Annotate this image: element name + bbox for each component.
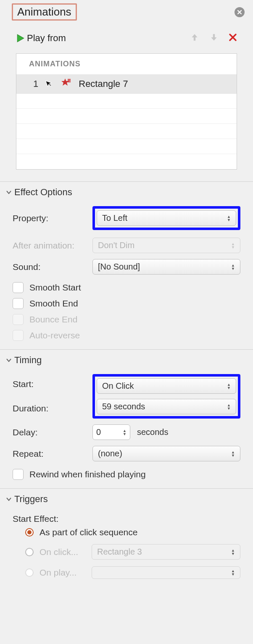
smooth-start-label: Smooth Start [29, 283, 81, 293]
play-icon[interactable] [16, 34, 25, 43]
property-dropdown[interactable]: To Left ▲▼ [97, 210, 236, 226]
delay-unit: seconds [137, 427, 169, 437]
animation-object-name: Rectangle 7 [79, 79, 128, 89]
rewind-label: Rewind when finished playing [29, 469, 146, 479]
dropdown-arrows-icon: ▲▼ [231, 569, 235, 576]
start-label: Start: [13, 379, 92, 389]
move-down-button [209, 33, 219, 44]
chevron-down-icon [6, 496, 12, 503]
delay-label: Delay: [13, 427, 92, 437]
click-sequence-label: As part of click sequence [40, 527, 137, 537]
stepper-arrows-icon: ▲▼ [123, 429, 126, 436]
repeat-label: Repeat: [13, 449, 92, 459]
chevron-down-icon [6, 189, 12, 196]
smooth-end-label: Smooth End [29, 298, 78, 309]
dropdown-arrows-icon: ▲▼ [231, 242, 235, 249]
click-sequence-radio[interactable] [25, 528, 34, 537]
empty-slot [16, 94, 237, 109]
exit-effect-icon [61, 78, 71, 90]
repeat-dropdown[interactable]: (none) ▲▼ [92, 446, 240, 461]
animation-item[interactable]: 1 Rectangle 7 [16, 75, 237, 94]
sound-dropdown[interactable]: [No Sound] ▲▼ [92, 259, 240, 275]
auto-reverse-label: Auto-reverse [29, 330, 80, 340]
on-click-icon [45, 78, 55, 90]
delay-spinner[interactable]: 0 ▲▼ [92, 424, 130, 440]
on-play-label: On play... [40, 568, 86, 578]
smooth-start-checkbox[interactable] [13, 282, 24, 293]
start-dropdown[interactable]: On Click ▲▼ [97, 378, 236, 394]
delete-animation-button[interactable] [229, 32, 237, 44]
dropdown-arrows-icon: ▲▼ [227, 383, 231, 390]
empty-slot [16, 154, 237, 169]
triggers-header[interactable]: Triggers [0, 491, 253, 507]
on-play-radio [25, 568, 34, 577]
play-from-label[interactable]: Play from [27, 33, 66, 44]
after-animation-dropdown: Don't Dim ▲▼ [92, 238, 240, 253]
move-up-button [190, 33, 199, 44]
property-label: Property: [13, 213, 92, 223]
sound-label: Sound: [13, 262, 92, 272]
animations-list-header: ANIMATIONS [16, 54, 237, 75]
dropdown-arrows-icon: ▲▼ [227, 215, 231, 222]
close-panel-button[interactable] [235, 7, 245, 17]
smooth-end-checkbox[interactable] [13, 298, 24, 309]
dropdown-arrows-icon: ▲▼ [231, 264, 235, 270]
timing-header[interactable]: Timing [0, 352, 253, 368]
panel-title: Animations [12, 3, 77, 21]
animation-index: 1 [33, 79, 38, 89]
chevron-down-icon [6, 357, 12, 364]
on-play-target-dropdown: ▲▼ [92, 566, 240, 579]
duration-label: Duration: [13, 403, 92, 414]
on-click-radio[interactable] [25, 548, 34, 556]
after-animation-label: After animation: [13, 241, 92, 251]
empty-slot [16, 124, 237, 139]
on-click-target-dropdown: Rectangle 3 ▲▼ [92, 544, 240, 560]
empty-slot [16, 139, 237, 154]
dropdown-arrows-icon: ▲▼ [231, 450, 235, 457]
bounce-end-checkbox [13, 314, 24, 325]
effect-options-header[interactable]: Effect Options [0, 184, 253, 200]
dropdown-arrows-icon: ▲▼ [227, 403, 231, 410]
auto-reverse-checkbox [13, 330, 24, 341]
start-effect-label: Start Effect: [0, 507, 253, 524]
duration-dropdown[interactable]: 59 seconds ▲▼ [97, 399, 236, 414]
on-click-label: On click... [40, 547, 86, 557]
animations-list[interactable]: ANIMATIONS 1 Rectangle 7 [16, 53, 237, 170]
rewind-checkbox[interactable] [13, 469, 24, 480]
bounce-end-label: Bounce End [29, 314, 77, 325]
empty-slot [16, 109, 237, 124]
dropdown-arrows-icon: ▲▼ [231, 549, 235, 555]
